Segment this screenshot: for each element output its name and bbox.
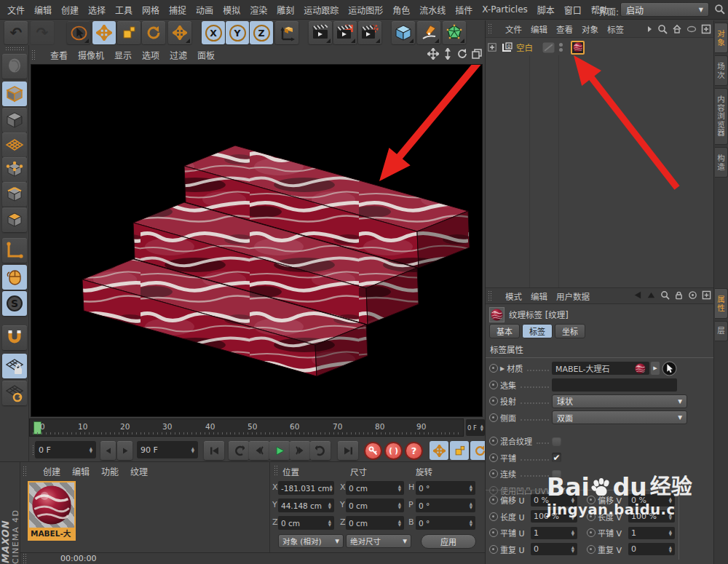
- workplane-align-button[interactable]: [2, 381, 27, 405]
- material-thumbnail[interactable]: MABEL-大: [29, 482, 74, 539]
- visibility-dots[interactable]: [559, 43, 563, 52]
- panel-drag-handle[interactable]: [31, 49, 36, 60]
- menu-item-mograph[interactable]: 运动图形: [348, 4, 383, 16]
- attribute-menu-mode[interactable]: 模式: [505, 290, 522, 302]
- history-up-icon[interactable]: [646, 290, 656, 300]
- menu-item-simulate[interactable]: 模拟: [223, 4, 240, 16]
- search-icon[interactable]: [660, 290, 670, 300]
- tile-checkbox[interactable]: [552, 453, 561, 462]
- goto-start-button[interactable]: [204, 441, 224, 460]
- tiles-v-field[interactable]: 1▲▼: [628, 527, 675, 539]
- projection-dropdown[interactable]: 球状▼: [552, 394, 687, 408]
- menu-overflow-icon[interactable]: [646, 25, 653, 33]
- previous-key-button[interactable]: [249, 441, 269, 460]
- stepper-icon[interactable]: ▲▼: [480, 424, 483, 431]
- edges-mode-button[interactable]: [2, 182, 27, 207]
- tab-tag[interactable]: 标签: [522, 324, 553, 338]
- key-radio-icon[interactable]: [489, 528, 498, 537]
- position-y-field[interactable]: 44.148 cm▲▼: [278, 499, 334, 512]
- rotate-tool-button[interactable]: [142, 21, 165, 44]
- viewport-canvas[interactable]: [31, 64, 483, 417]
- live-selection-button[interactable]: [67, 21, 90, 44]
- menu-item-motion-tracker[interactable]: 运动跟踪: [304, 4, 339, 16]
- texture-mode-button[interactable]: [2, 108, 27, 132]
- menu-item-character[interactable]: 角色: [392, 4, 410, 16]
- material-menu-edit[interactable]: 编辑: [72, 465, 90, 477]
- workplane-mode-button[interactable]: [2, 132, 27, 157]
- record-keyframe-button[interactable]: [364, 442, 382, 460]
- seamless-checkbox[interactable]: [552, 469, 561, 479]
- material-menu-function[interactable]: 功能: [101, 465, 119, 477]
- timeline-ruler[interactable]: 0 10 20 30 40 50 60 70 80 90: [29, 418, 464, 437]
- lock-icon[interactable]: [674, 290, 684, 300]
- panel-drag-handle[interactable]: [23, 466, 28, 477]
- range-end-field[interactable]: 90 F▲▼: [137, 441, 198, 458]
- frame-back-button[interactable]: [100, 441, 116, 460]
- key-radio-icon[interactable]: [489, 381, 498, 389]
- tab-attributes[interactable]: 属性: [715, 288, 728, 319]
- repeat-v-field[interactable]: 0▲▼: [628, 543, 675, 555]
- key-position-toggle[interactable]: [430, 441, 448, 460]
- home-icon[interactable]: [672, 24, 682, 34]
- viewport-menu-cameras[interactable]: 摄像机: [78, 49, 104, 61]
- position-x-field[interactable]: -181.031 cm▲▼: [278, 481, 334, 495]
- tab-takes[interactable]: 场次: [715, 55, 728, 86]
- material-menu-create[interactable]: 创建: [43, 465, 60, 477]
- add-generator-button[interactable]: [443, 21, 466, 44]
- key-radio-icon[interactable]: [489, 364, 498, 373]
- tab-basic[interactable]: 基本: [489, 324, 520, 338]
- move-tool-button[interactable]: [92, 21, 116, 44]
- goto-end-button[interactable]: [338, 441, 358, 460]
- tab-content-browser[interactable]: 内容浏览器: [715, 88, 728, 145]
- tab-layers[interactable]: 层: [715, 321, 728, 341]
- scale-tool-button[interactable]: [117, 21, 141, 44]
- key-radio-icon[interactable]: [489, 453, 498, 462]
- mix-textures-checkbox[interactable]: [552, 437, 561, 446]
- key-radio-icon[interactable]: [587, 545, 596, 554]
- key-radio-icon[interactable]: [489, 512, 498, 521]
- add-spline-button[interactable]: [417, 21, 440, 44]
- current-frame-field[interactable]: 0 F▲▼: [466, 419, 485, 436]
- play-forward-loop-button[interactable]: [310, 441, 331, 460]
- tab-structure[interactable]: 构造: [715, 147, 728, 178]
- menu-item-animate[interactable]: 动画: [196, 4, 213, 16]
- menu-item-select[interactable]: 选择: [88, 4, 106, 16]
- attribute-menu-edit[interactable]: 编辑: [531, 290, 547, 302]
- position-z-field[interactable]: 0 cm▲▼: [278, 516, 334, 530]
- stepper-icon[interactable]: ▲▼: [191, 447, 194, 453]
- rotation-p-field[interactable]: 0 °▲▼: [416, 499, 475, 512]
- next-key-button[interactable]: [290, 441, 310, 460]
- range-start-field[interactable]: 0 F▲▼: [35, 441, 96, 458]
- history-back-icon[interactable]: [633, 290, 642, 300]
- material-menu-arrow[interactable]: ▶: [651, 362, 660, 375]
- menu-item-render[interactable]: 渲染: [250, 4, 267, 16]
- coordinate-system-button[interactable]: [275, 21, 298, 44]
- viewport-menu-panel[interactable]: 面板: [197, 49, 215, 61]
- search-icon[interactable]: [714, 4, 725, 17]
- render-settings-button[interactable]: [358, 21, 381, 44]
- object-manager[interactable]: 0 空白: [486, 38, 713, 287]
- material-menu-texture[interactable]: 纹理: [130, 465, 148, 477]
- side-dropdown[interactable]: 双面▼: [552, 410, 687, 424]
- offset-u-field[interactable]: 0 %▲▼: [531, 494, 577, 507]
- lock-x-axis-button[interactable]: X: [202, 21, 225, 44]
- tab-coordinates[interactable]: 坐标: [555, 324, 585, 338]
- object-menu-tags[interactable]: 标签: [607, 23, 624, 35]
- key-scale-toggle[interactable]: [450, 441, 469, 460]
- apply-button[interactable]: 应用: [421, 534, 476, 549]
- menu-item-mesh[interactable]: 网格: [142, 4, 159, 16]
- pan-view-icon[interactable]: [427, 48, 439, 60]
- redo-button[interactable]: ↷: [31, 21, 54, 44]
- object-menu-file[interactable]: 文件: [505, 23, 522, 35]
- points-mode-button[interactable]: [2, 157, 27, 182]
- play-button[interactable]: [269, 441, 290, 460]
- interface-dropdown[interactable]: 启动▼: [620, 2, 709, 17]
- rotation-h-field[interactable]: 0 °▲▼: [416, 481, 475, 495]
- viewport-solo-button[interactable]: [2, 265, 27, 290]
- menu-item-plugins[interactable]: 插件: [455, 4, 472, 16]
- viewport-menu-filter[interactable]: 过滤: [170, 49, 187, 61]
- key-radio-icon[interactable]: [587, 512, 596, 521]
- panel-drag-handle[interactable]: [274, 465, 279, 476]
- selection-field[interactable]: [552, 378, 677, 392]
- size-x-field[interactable]: 0 cm▲▼: [346, 481, 404, 495]
